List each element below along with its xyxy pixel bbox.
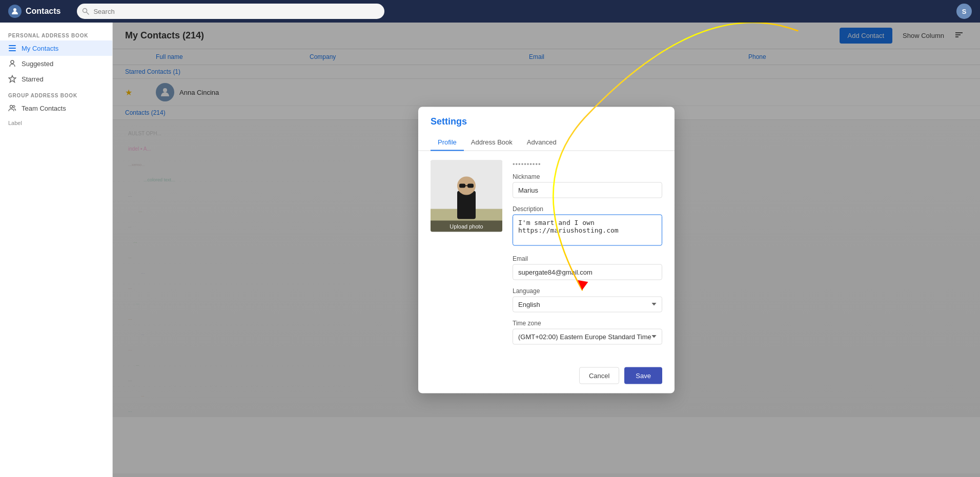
sidebar-item-team-contacts[interactable]: Team Contacts xyxy=(0,100,112,116)
email-field-row: Email xyxy=(513,255,662,280)
timezone-select[interactable]: (GMT+02:00) Eastern Europe Standard Time… xyxy=(513,328,662,344)
sidebar-item-suggested[interactable]: Suggested xyxy=(0,56,112,71)
svg-rect-3 xyxy=(9,45,16,46)
svg-point-6 xyxy=(11,60,14,64)
sidebar-section-personal: PERSONAL ADDRESS BOOK xyxy=(0,29,112,40)
nickname-label: Nickname xyxy=(513,173,662,180)
tab-advanced[interactable]: Advanced xyxy=(520,134,564,151)
sidebar-add-label[interactable]: Label xyxy=(0,116,112,130)
sidebar-item-team-contacts-label: Team Contacts xyxy=(22,105,66,112)
content-area: My Contacts (214) Add Contact Show Colum… xyxy=(113,23,980,477)
user-avatar[interactable]: S xyxy=(956,4,972,19)
star-icon xyxy=(8,75,16,83)
sidebar-item-starred[interactable]: Starred xyxy=(0,71,112,87)
suggested-icon xyxy=(8,59,16,68)
settings-modal: Settings Profile Address Book Advanced xyxy=(418,107,675,393)
language-label: Language xyxy=(513,287,662,294)
svg-rect-52 xyxy=(459,183,465,188)
modal-title: Settings xyxy=(418,107,675,127)
search-icon xyxy=(82,8,89,15)
svg-marker-7 xyxy=(9,76,16,82)
cancel-button[interactable]: Cancel xyxy=(579,367,619,384)
sidebar-item-my-contacts[interactable]: My Contacts xyxy=(0,40,112,56)
description-field-row: Description xyxy=(513,205,662,247)
svg-rect-4 xyxy=(9,48,16,49)
sidebar-item-suggested-label: Suggested xyxy=(22,60,53,68)
tab-address-book[interactable]: Address Book xyxy=(464,134,520,151)
modal-body: Upload photo •••••••••• Nickname Descrip… xyxy=(418,151,675,361)
svg-line-2 xyxy=(87,12,89,15)
topnav: Contacts S xyxy=(0,0,980,23)
nickname-input[interactable] xyxy=(513,182,662,198)
description-input[interactable] xyxy=(513,214,662,245)
email-input[interactable] xyxy=(513,264,662,280)
username-display: •••••••••• xyxy=(513,160,662,168)
description-label: Description xyxy=(513,205,662,212)
app-title: Contacts xyxy=(26,7,60,16)
modal-fields: •••••••••• Nickname Description Email xyxy=(513,160,662,351)
language-field-row: Language English French German Spanish xyxy=(513,287,662,312)
photo-upload-box[interactable]: Upload photo xyxy=(431,160,502,232)
save-button[interactable]: Save xyxy=(624,367,662,384)
sidebar-item-starred-label: Starred xyxy=(22,75,44,83)
team-icon xyxy=(8,104,16,112)
svg-point-8 xyxy=(10,106,13,108)
search-container xyxy=(77,4,384,19)
svg-rect-50 xyxy=(457,191,476,219)
sidebar: PERSONAL ADDRESS BOOK My Contacts Sugges… xyxy=(0,23,113,477)
timezone-field-row: Time zone (GMT+02:00) Eastern Europe Sta… xyxy=(513,319,662,344)
svg-point-9 xyxy=(13,106,15,108)
sidebar-item-my-contacts-label: My Contacts xyxy=(22,45,58,52)
modal-photo-area: Upload photo xyxy=(431,160,502,351)
nickname-field-row: Nickname xyxy=(513,173,662,198)
search-input[interactable] xyxy=(77,4,384,19)
upload-photo-label[interactable]: Upload photo xyxy=(431,220,502,232)
app-logo: Contacts xyxy=(8,5,60,18)
modal-footer: Cancel Save xyxy=(418,361,675,393)
main-layout: PERSONAL ADDRESS BOOK My Contacts Sugges… xyxy=(0,23,980,477)
sidebar-section-group: GROUP ADDRESS BOOK xyxy=(0,87,112,100)
tab-profile[interactable]: Profile xyxy=(431,134,464,151)
email-label: Email xyxy=(513,255,662,262)
app-logo-icon xyxy=(8,5,22,18)
timezone-label: Time zone xyxy=(513,319,662,326)
svg-point-0 xyxy=(13,8,16,11)
contacts-icon xyxy=(8,44,16,52)
svg-rect-53 xyxy=(467,183,474,188)
language-select[interactable]: English French German Spanish xyxy=(513,296,662,312)
modal-tabs: Profile Address Book Advanced xyxy=(418,129,675,151)
svg-rect-5 xyxy=(9,50,16,51)
